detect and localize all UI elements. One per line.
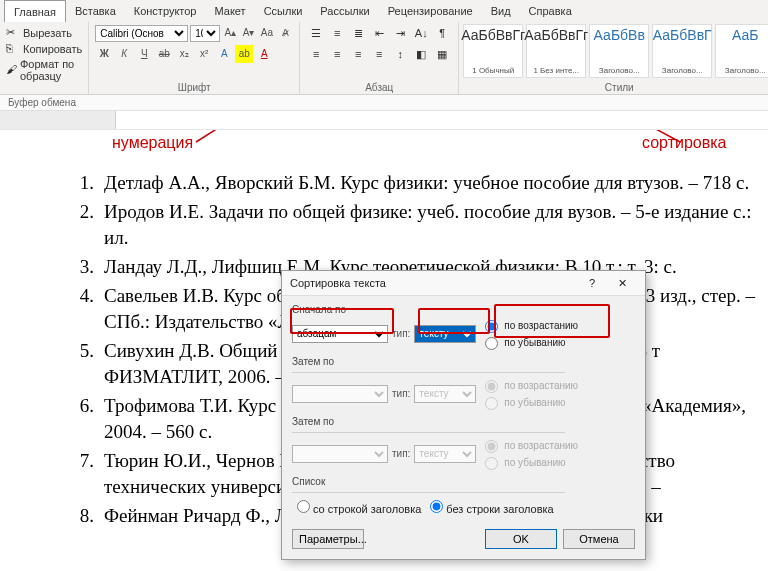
ok-button[interactable]: OK (485, 529, 557, 549)
annotation-arrow-numbering (0, 130, 400, 150)
bold-icon[interactable]: Ж (95, 45, 113, 63)
justify-icon[interactable]: ≡ (369, 45, 389, 63)
highlight-icon[interactable]: ab (235, 45, 253, 63)
style-heading3[interactable]: АаБЗаголово... (715, 24, 768, 78)
svg-line-0 (196, 130, 370, 142)
tab-home[interactable]: Главная (4, 0, 66, 22)
sort-header-with[interactable]: со строкой заголовка (292, 497, 421, 515)
sort-first-type-label: тип: (392, 328, 410, 339)
text-effects-icon[interactable]: A (215, 45, 233, 63)
multilevel-icon[interactable]: ≣ (348, 24, 368, 42)
increase-indent-icon[interactable]: ⇥ (390, 24, 410, 42)
shading-icon[interactable]: ◧ (411, 45, 431, 63)
cut-button[interactable]: ✂Вырезать (6, 26, 82, 40)
sort-then2-label: Затем по (292, 416, 635, 427)
subscript-icon[interactable]: x₂ (175, 45, 193, 63)
sort-then1-desc: по убыванию (480, 394, 578, 410)
clear-format-icon[interactable]: A̷ (277, 24, 293, 42)
list-item[interactable]: Детлаф А.А., Яворский Б.М. Курс физики: … (60, 170, 760, 196)
ribbon-tabs: Главная Вставка Конструктор Макет Ссылки… (0, 0, 768, 22)
italic-icon[interactable]: К (115, 45, 133, 63)
sort-then2-asc: по возрастанию (480, 437, 578, 453)
bullets-icon[interactable]: ☰ (306, 24, 326, 42)
dialog-titlebar: Сортировка текста ? ✕ (282, 271, 645, 296)
scissors-icon: ✂ (6, 26, 20, 40)
list-item[interactable]: Иродов И.Е. Задачи по общей физике: учеб… (60, 199, 760, 251)
style-heading2[interactable]: АаБбВвГЗаголово... (652, 24, 712, 78)
borders-icon[interactable]: ▦ (432, 45, 452, 63)
sort-then2-field[interactable] (292, 445, 388, 463)
tab-references[interactable]: Ссылки (255, 0, 312, 22)
brush-icon: 🖌 (6, 63, 17, 77)
font-size-select[interactable]: 10 (190, 25, 220, 42)
font-name-select[interactable]: Calibri (Основ (95, 25, 188, 42)
cancel-button[interactable]: Отмена (563, 529, 635, 549)
tab-insert[interactable]: Вставка (66, 0, 125, 22)
annotation-numbering-label: нумерация (112, 134, 193, 152)
style-nospacing[interactable]: АаБбВвГг1 Без инте... (526, 24, 586, 78)
shrink-font-icon[interactable]: A▾ (240, 24, 256, 42)
change-case-icon[interactable]: Aa (259, 24, 275, 42)
group-paragraph: ☰ ≡ ≣ ⇤ ⇥ A↓ ¶ ≡ ≡ ≡ ≡ ↕ ◧ ▦ Абзац (300, 22, 459, 94)
strike-icon[interactable]: ab (155, 45, 173, 63)
tab-layout[interactable]: Макет (205, 0, 254, 22)
format-painter-button[interactable]: 🖌Формат по образцу (6, 58, 82, 82)
sort-then1-asc: по возрастанию (480, 377, 578, 393)
superscript-icon[interactable]: x² (195, 45, 213, 63)
sort-first-desc[interactable]: по убыванию (480, 334, 578, 350)
copy-button[interactable]: ⎘Копировать (6, 42, 82, 56)
sort-list-label: Список (292, 476, 635, 487)
sort-then2-type[interactable]: тексту (414, 445, 476, 463)
group-styles: АаБбВвГг1 Обычный АаБбВвГг1 Без инте... … (459, 22, 768, 94)
tab-review[interactable]: Рецензирование (379, 0, 482, 22)
align-left-icon[interactable]: ≡ (306, 45, 326, 63)
numbering-icon[interactable]: ≡ (327, 24, 347, 42)
style-heading1[interactable]: АаБбВвЗаголово... (589, 24, 649, 78)
copy-icon: ⎘ (6, 42, 20, 56)
sort-then1-field[interactable] (292, 385, 388, 403)
sort-first-type[interactable]: тексту (414, 325, 476, 343)
dialog-help-icon[interactable]: ? (577, 271, 607, 295)
annotation-sort-label: сортировка (642, 134, 726, 152)
group-font-label: Шрифт (89, 82, 299, 93)
dialog-title: Сортировка текста (290, 271, 577, 295)
sort-first-field[interactable]: абзацам (292, 325, 388, 343)
sort-first-label: Сначала по (292, 304, 635, 315)
sort-then2-type-label: тип: (392, 448, 410, 459)
clipboard-launcher[interactable]: Буфер обмена (0, 95, 768, 111)
sort-then2-desc: по убыванию (480, 454, 578, 470)
ruler-ticks (116, 111, 768, 129)
group-clipboard: ✂Вырезать ⎘Копировать 🖌Формат по образцу (0, 22, 89, 94)
sort-first-asc[interactable]: по возрастанию (480, 317, 578, 333)
grow-font-icon[interactable]: A▴ (222, 24, 238, 42)
align-center-icon[interactable]: ≡ (327, 45, 347, 63)
sort-then1-type-label: тип: (392, 388, 410, 399)
group-font: Calibri (Основ 10 A▴ A▾ Aa A̷ Ж К Ч ab x… (89, 22, 300, 94)
params-button[interactable]: Параметры... (292, 529, 364, 549)
font-color-icon[interactable]: A (255, 45, 273, 63)
underline-icon[interactable]: Ч (135, 45, 153, 63)
sort-then1-type[interactable]: тексту (414, 385, 476, 403)
tab-mailings[interactable]: Рассылки (311, 0, 378, 22)
tab-design[interactable]: Конструктор (125, 0, 206, 22)
align-right-icon[interactable]: ≡ (348, 45, 368, 63)
sort-dialog: Сортировка текста ? ✕ Сначала по абзацам… (281, 270, 646, 560)
ribbon: ✂Вырезать ⎘Копировать 🖌Формат по образцу… (0, 22, 768, 95)
pilcrow-icon[interactable]: ¶ (432, 24, 452, 42)
group-paragraph-label: Абзац (300, 82, 458, 93)
decrease-indent-icon[interactable]: ⇤ (369, 24, 389, 42)
ruler (0, 111, 768, 130)
ruler-gutter (0, 111, 116, 129)
tab-help[interactable]: Справка (520, 0, 581, 22)
tab-view[interactable]: Вид (482, 0, 520, 22)
dialog-close-icon[interactable]: ✕ (607, 271, 637, 295)
style-normal[interactable]: АаБбВвГг1 Обычный (463, 24, 523, 78)
sort-then1-label: Затем по (292, 356, 635, 367)
sort-header-without[interactable]: без строки заголовка (425, 497, 553, 515)
group-styles-label: Стили (459, 82, 768, 93)
sort-icon[interactable]: A↓ (411, 24, 431, 42)
document-area[interactable]: нумерация сортировка Детлаф А.А., Яворск… (0, 130, 768, 571)
line-spacing-icon[interactable]: ↕ (390, 45, 410, 63)
